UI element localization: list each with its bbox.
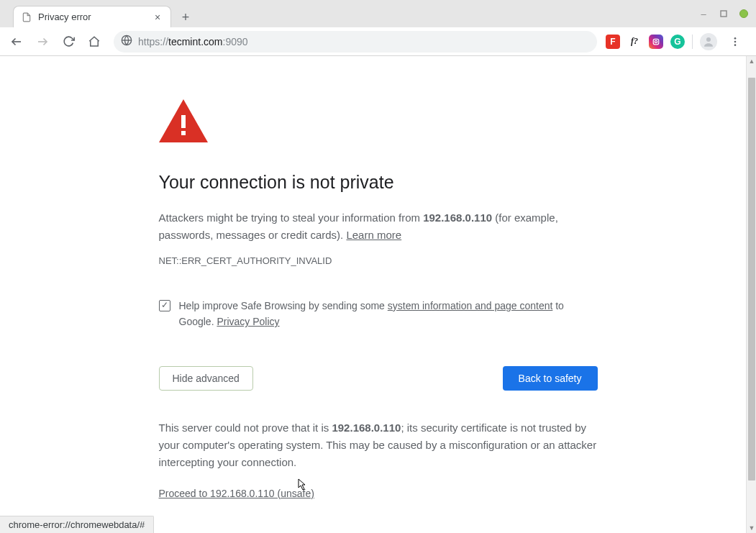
back-to-safety-button[interactable]: Back to safety bbox=[503, 366, 598, 391]
site-info-icon[interactable] bbox=[121, 35, 132, 48]
tab-strip: Privacy error × + – bbox=[0, 6, 756, 27]
vertical-scrollbar[interactable]: ▲ ▼ bbox=[746, 56, 756, 533]
address-bar[interactable]: https://tecmint.com:9090 bbox=[114, 31, 597, 53]
svg-rect-12 bbox=[181, 131, 186, 135]
back-button[interactable] bbox=[6, 31, 27, 53]
status-bar: chrome-error://chromewebdata/# bbox=[0, 516, 154, 533]
warning-paragraph: Attackers might be trying to steal your … bbox=[159, 209, 598, 244]
advanced-detail: This server could not prove that it is 1… bbox=[159, 419, 598, 471]
reload-button[interactable] bbox=[58, 31, 79, 53]
svg-point-7 bbox=[734, 37, 737, 40]
font-extension-icon[interactable]: f? bbox=[627, 35, 642, 49]
system-info-link[interactable]: system information and page content bbox=[388, 300, 553, 311]
maximize-icon[interactable] bbox=[719, 9, 729, 19]
page-title: Your connection is not private bbox=[159, 168, 598, 196]
browser-toolbar: https://tecmint.com:9090 F f? G bbox=[0, 27, 756, 56]
toolbar-divider bbox=[692, 35, 693, 49]
svg-rect-4 bbox=[653, 39, 659, 45]
tab-close-icon[interactable]: × bbox=[152, 12, 163, 23]
page-icon bbox=[21, 12, 32, 23]
instagram-extension-icon[interactable] bbox=[649, 35, 663, 49]
privacy-policy-link[interactable]: Privacy Policy bbox=[217, 316, 279, 327]
minimize-icon[interactable]: – bbox=[698, 9, 709, 19]
svg-point-5 bbox=[655, 40, 657, 42]
page-content: ▲ ▼ Your connection is not private Attac… bbox=[0, 56, 756, 533]
menu-button[interactable] bbox=[724, 31, 746, 53]
scrollbar-thumb[interactable] bbox=[748, 78, 755, 480]
checkbox-label: Help improve Safe Browsing by sending so… bbox=[179, 298, 598, 330]
svg-rect-0 bbox=[721, 11, 727, 17]
new-tab-button[interactable]: + bbox=[176, 7, 196, 27]
svg-point-9 bbox=[734, 44, 737, 46]
flipboard-extension-icon[interactable]: F bbox=[606, 35, 620, 49]
scroll-up-icon[interactable]: ▲ bbox=[747, 56, 756, 66]
scroll-down-icon[interactable]: ▼ bbox=[747, 523, 756, 533]
hide-advanced-button[interactable]: Hide advanced bbox=[159, 366, 253, 391]
learn-more-link[interactable]: Learn more bbox=[346, 229, 401, 241]
profile-avatar[interactable] bbox=[700, 33, 717, 50]
home-button[interactable] bbox=[83, 31, 105, 53]
window-close-icon[interactable] bbox=[739, 9, 749, 19]
svg-rect-11 bbox=[181, 115, 186, 128]
proceed-unsafe-link[interactable]: Proceed to 192.168.0.110 (unsafe) bbox=[159, 486, 314, 501]
browser-tab[interactable]: Privacy error × bbox=[13, 6, 171, 27]
svg-point-8 bbox=[734, 40, 737, 42]
tab-title: Privacy error bbox=[38, 12, 152, 22]
svg-point-6 bbox=[706, 37, 711, 42]
safe-browsing-checkbox[interactable]: ✓ bbox=[159, 300, 170, 311]
forward-button[interactable] bbox=[32, 31, 53, 53]
error-code: NET::ERR_CERT_AUTHORITY_INVALID bbox=[159, 254, 598, 269]
url-text: https://tecmint.com:9090 bbox=[138, 36, 590, 47]
grammarly-extension-icon[interactable]: G bbox=[670, 35, 685, 49]
warning-triangle-icon bbox=[159, 99, 598, 147]
